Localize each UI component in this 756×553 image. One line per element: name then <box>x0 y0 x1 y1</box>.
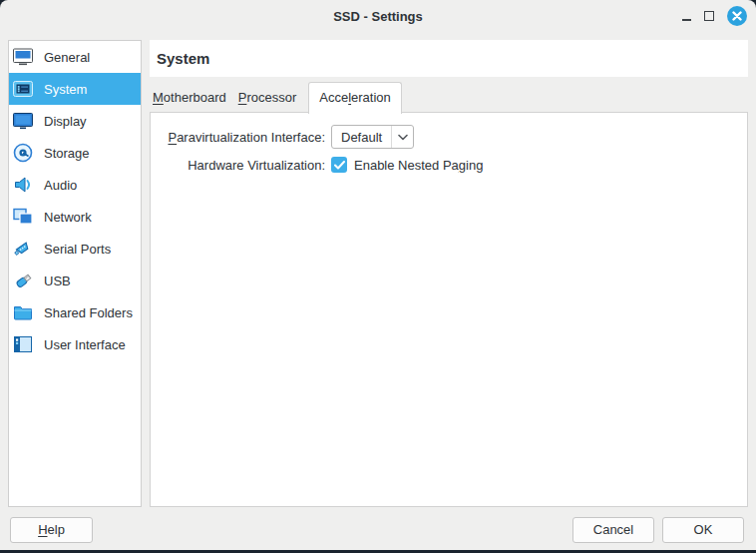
close-button[interactable] <box>727 6 747 26</box>
display-icon <box>12 110 34 132</box>
sidebar-item-label: Audio <box>44 178 77 193</box>
sidebar-item-label: General <box>44 50 90 65</box>
tab-processor[interactable]: Processor <box>238 83 297 113</box>
hardware-virtualization-label: Hardware Virtualization: <box>151 158 325 173</box>
sidebar-item-shared-folders[interactable]: Shared Folders <box>9 296 141 328</box>
close-icon <box>732 11 742 21</box>
sidebar-item-storage[interactable]: Storage <box>9 137 141 169</box>
sidebar-item-label: Serial Ports <box>44 242 111 257</box>
sidebar-item-label: USB <box>44 274 71 288</box>
nested-paging-label[interactable]: Enable Nested Paging <box>354 158 483 173</box>
sidebar-item-system[interactable]: System <box>9 73 141 105</box>
general-icon <box>12 46 34 68</box>
user-interface-icon <box>12 333 34 355</box>
sidebar-item-label: User Interface <box>44 337 126 352</box>
window-title: SSD - Settings <box>333 9 423 24</box>
shared-folders-icon <box>12 301 34 323</box>
hardware-virtualization-row: Hardware Virtualization: Enable Nested P… <box>151 157 747 173</box>
sidebar-item-audio[interactable]: Audio <box>9 169 141 201</box>
sidebar-item-label: Shared Folders <box>44 305 133 320</box>
page-header: System <box>150 40 748 77</box>
minimize-icon <box>682 19 691 21</box>
paravirtualization-row: Paravirtualization Interface: Default <box>151 125 747 149</box>
window-controls <box>682 0 747 32</box>
sidebar-item-serial-ports[interactable]: Serial Ports <box>9 233 141 265</box>
chevron-down-icon <box>392 134 413 141</box>
system-icon <box>12 78 34 100</box>
dialog-footer: Help Cancel OK <box>0 516 756 543</box>
network-icon <box>12 206 34 228</box>
serial-ports-icon <box>12 238 34 260</box>
settings-sidebar: General System <box>8 40 142 507</box>
help-button[interactable]: Help <box>10 517 93 543</box>
sidebar-item-general[interactable]: General <box>9 41 141 73</box>
acceleration-panel: Paravirtualization Interface: Default Ha… <box>150 112 748 507</box>
settings-window: SSD - Settings <box>0 0 756 550</box>
paravirtualization-label: Paravirtualization Interface: <box>151 130 325 145</box>
ok-button[interactable]: OK <box>662 517 744 543</box>
minimize-button[interactable] <box>682 11 691 21</box>
checkmark-icon <box>334 161 345 170</box>
sidebar-item-label: Storage <box>44 146 90 161</box>
paravirtualization-select[interactable]: Default <box>331 125 414 149</box>
system-tabs: Motherboard Processor Acceleration <box>150 77 748 113</box>
sidebar-item-label: Display <box>44 114 87 129</box>
storage-icon <box>12 142 34 164</box>
maximize-icon <box>704 11 714 21</box>
paravirtualization-select-value: Default <box>332 130 391 145</box>
tab-motherboard[interactable]: Motherboard <box>153 83 226 113</box>
nested-paging-checkbox[interactable] <box>331 157 347 173</box>
sidebar-item-user-interface[interactable]: User Interface <box>9 328 141 360</box>
page-title: System <box>157 50 209 67</box>
sidebar-item-network[interactable]: Network <box>9 201 141 233</box>
sidebar-item-display[interactable]: Display <box>9 105 141 137</box>
audio-icon <box>12 174 34 196</box>
sidebar-item-label: System <box>44 82 87 97</box>
sidebar-item-usb[interactable]: USB <box>9 265 141 296</box>
tab-acceleration[interactable]: Acceleration <box>308 82 402 114</box>
usb-icon <box>12 270 34 291</box>
maximize-button[interactable] <box>704 11 714 21</box>
titlebar[interactable]: SSD - Settings <box>0 0 756 32</box>
sidebar-item-label: Network <box>44 210 92 225</box>
cancel-button[interactable]: Cancel <box>572 517 654 543</box>
